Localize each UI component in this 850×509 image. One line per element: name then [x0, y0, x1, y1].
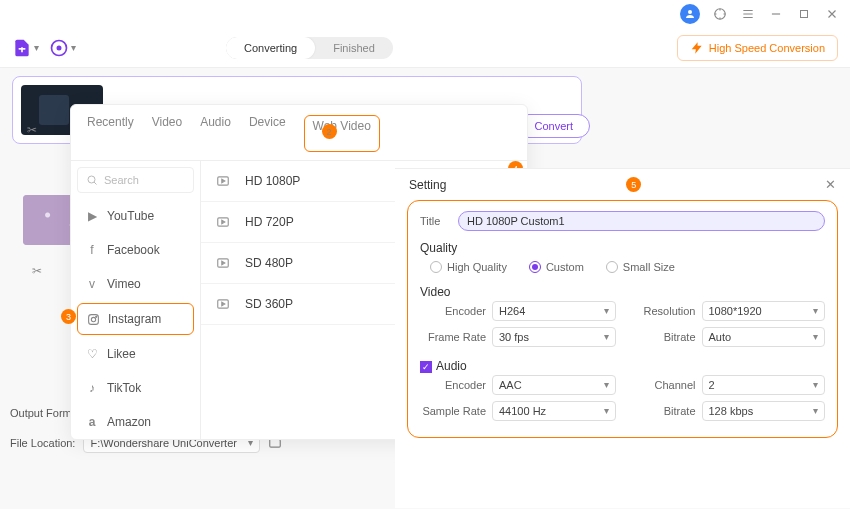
support-icon[interactable]	[712, 6, 728, 22]
svg-point-0	[688, 10, 692, 14]
video-file-icon	[215, 255, 231, 271]
audio-bitrate-select[interactable]: 128 kbps	[702, 401, 826, 421]
add-dvd-button[interactable]: ▾	[49, 38, 76, 58]
minimize-icon[interactable]	[768, 6, 784, 22]
svg-point-4	[57, 46, 60, 49]
quality-radio-group: High Quality Custom Small Size	[420, 257, 825, 279]
radio-small-size[interactable]: Small Size	[606, 261, 675, 273]
step-badge-5: 5	[626, 177, 641, 192]
platform-sidebar: Search ▶YouTube fFacebook vVimeo 3 Insta…	[71, 161, 201, 439]
quality-heading: Quality	[420, 235, 825, 257]
youtube-icon: ▶	[85, 209, 99, 223]
tab-recently[interactable]: Recently	[87, 115, 134, 152]
amazon-icon: a	[85, 415, 99, 429]
tab-web-video[interactable]: Web Video 2	[304, 115, 380, 152]
tab-device[interactable]: Device	[249, 115, 286, 152]
audio-channel-select[interactable]: 2	[702, 375, 826, 395]
status-segment: Converting Finished	[226, 37, 393, 59]
file-location-label: File Location:	[10, 437, 75, 449]
video-file-icon	[215, 173, 231, 189]
instagram-icon	[86, 312, 100, 326]
add-file-button[interactable]: ▾	[12, 38, 39, 58]
setting-heading: Setting	[409, 178, 446, 192]
audio-samplerate-label: Sample Rate	[420, 405, 486, 417]
video-heading: Video	[420, 279, 825, 301]
titlebar	[0, 0, 850, 28]
video-file-icon	[215, 296, 231, 312]
audio-encoder-label: Encoder	[420, 379, 486, 391]
likee-icon: ♡	[85, 347, 99, 361]
user-avatar[interactable]	[680, 4, 700, 24]
trim-icon[interactable]: ✂	[27, 123, 37, 137]
video-resolution-label: Resolution	[630, 305, 696, 317]
trim-icon-2[interactable]: ✂	[32, 264, 42, 278]
tab-audio[interactable]: Audio	[200, 115, 231, 152]
sidebar-item-likee[interactable]: ♡Likee	[71, 337, 200, 371]
svg-point-5	[88, 176, 95, 183]
high-speed-label: High Speed Conversion	[709, 42, 825, 54]
title-label: Title	[420, 215, 450, 227]
audio-encoder-select[interactable]: AAC	[492, 375, 616, 395]
video-framerate-label: Frame Rate	[420, 331, 486, 343]
tab-converting[interactable]: Converting	[226, 37, 315, 59]
video-bitrate-select[interactable]: Auto	[702, 327, 826, 347]
audio-samplerate-select[interactable]: 44100 Hz	[492, 401, 616, 421]
step-badge-2: 2	[322, 124, 337, 139]
audio-heading: ✓Audio	[420, 353, 825, 375]
video-resolution-select[interactable]: 1080*1920	[702, 301, 826, 321]
tab-video[interactable]: Video	[152, 115, 182, 152]
svg-point-8	[95, 316, 96, 317]
sidebar-item-vimeo[interactable]: vVimeo	[71, 267, 200, 301]
svg-rect-2	[801, 11, 808, 18]
video-bitrate-label: Bitrate	[630, 331, 696, 343]
audio-bitrate-label: Bitrate	[630, 405, 696, 417]
high-speed-button[interactable]: High Speed Conversion	[677, 35, 838, 61]
facebook-icon: f	[85, 243, 99, 257]
tab-finished[interactable]: Finished	[315, 37, 393, 59]
sidebar-item-youtube[interactable]: ▶YouTube	[71, 199, 200, 233]
step-badge-3: 3	[61, 309, 76, 324]
format-tabs: Recently Video Audio Device Web Video 2	[71, 105, 527, 161]
toolbar: ▾ ▾ Converting Finished High Speed Conve…	[0, 28, 850, 68]
radio-custom[interactable]: Custom	[529, 261, 584, 273]
sidebar-item-facebook[interactable]: fFacebook	[71, 233, 200, 267]
convert-button[interactable]: Convert	[517, 114, 590, 138]
sidebar-item-tiktok[interactable]: ♪TikTok	[71, 371, 200, 405]
audio-checkbox[interactable]: ✓	[420, 361, 432, 373]
setting-panel: Setting 5 ✕ Title HD 1080P Custom1 Quali…	[395, 168, 850, 508]
svg-point-7	[91, 317, 95, 321]
tiktok-icon: ♪	[85, 381, 99, 395]
title-input[interactable]: HD 1080P Custom1	[458, 211, 825, 231]
radio-high-quality[interactable]: High Quality	[430, 261, 507, 273]
search-input[interactable]: Search	[77, 167, 194, 193]
video-file-icon	[215, 214, 231, 230]
audio-channel-label: Channel	[630, 379, 696, 391]
video-encoder-select[interactable]: H264	[492, 301, 616, 321]
setting-close-icon[interactable]: ✕	[825, 177, 836, 192]
video-encoder-label: Encoder	[420, 305, 486, 317]
vimeo-icon: v	[85, 277, 99, 291]
video-framerate-select[interactable]: 30 fps	[492, 327, 616, 347]
sidebar-item-instagram[interactable]: 3 Instagram	[77, 303, 194, 335]
close-icon[interactable]	[824, 6, 840, 22]
sidebar-item-amazon[interactable]: aAmazon	[71, 405, 200, 439]
menu-icon[interactable]	[740, 6, 756, 22]
maximize-icon[interactable]	[796, 6, 812, 22]
